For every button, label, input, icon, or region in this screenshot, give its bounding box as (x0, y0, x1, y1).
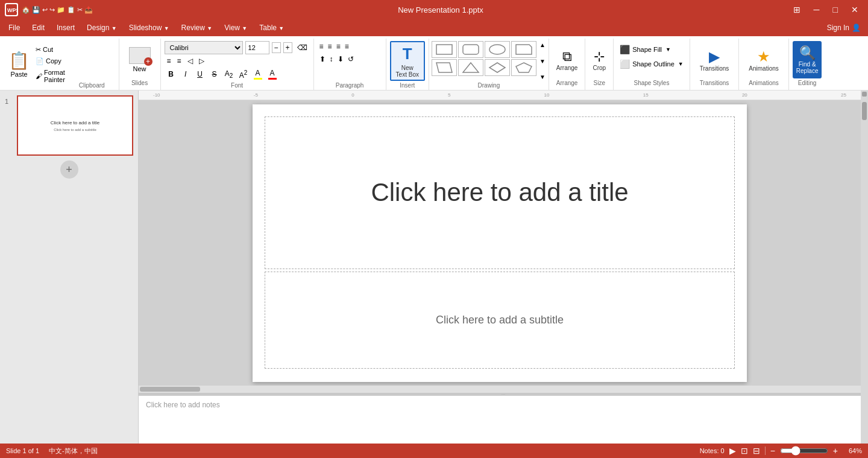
animations-button[interactable]: ★ Animations (744, 41, 783, 78)
new-slide-button[interactable]: + New (124, 41, 156, 78)
menu-review[interactable]: Review ▼ (175, 21, 219, 34)
align-middle-button[interactable]: ↕ (328, 54, 335, 65)
slide-panel: 1 Click here to add a title Click here t… (0, 91, 139, 444)
shapes-scroll-up[interactable]: ▲ (539, 41, 546, 49)
align-center-button[interactable]: ≡ (326, 41, 334, 52)
grid-icon[interactable]: ⊞ (788, 4, 805, 16)
sign-in-button[interactable]: Sign In 👤 (822, 22, 866, 33)
slide-canvas[interactable]: Click here to add a title Click here to … (253, 104, 747, 382)
copy-button[interactable]: 📄 Copy (33, 56, 68, 66)
shape-fill-dropdown[interactable]: ▼ (665, 46, 671, 52)
arrange-group: ⧉ Arrange Arrange (549, 39, 586, 90)
textbox-label: NewText Box (396, 65, 419, 78)
shape-parallelogram[interactable] (432, 59, 457, 76)
menu-insert[interactable]: Insert (51, 21, 81, 34)
font-size-decrease[interactable]: − (272, 42, 281, 53)
align-top-button[interactable]: ⬆ (318, 54, 327, 65)
menu-table[interactable]: Table ▼ (253, 21, 290, 34)
copy-icon: 📄 (36, 57, 44, 65)
shapes-scroll-down[interactable]: ▼ (539, 57, 546, 65)
add-slide-button[interactable]: + (60, 161, 78, 179)
cut-button[interactable]: ✂ Cut (33, 45, 68, 55)
shapes-expand[interactable]: ▼ (539, 73, 546, 81)
zoom-out-button[interactable]: − (770, 446, 775, 456)
status-left: Slide 1 of 1 中文-简体，中国 (6, 447, 98, 456)
shape-triangle[interactable] (458, 59, 483, 76)
shape-rounded-rect[interactable] (458, 41, 483, 58)
menu-slideshow[interactable]: Slideshow ▼ (123, 21, 175, 34)
font-color-button[interactable]: A (266, 68, 279, 81)
menu-edit[interactable]: Edit (26, 21, 51, 34)
cut-label: Cut (43, 46, 53, 53)
slide-title-placeholder[interactable]: Click here to add a title (265, 116, 735, 269)
shape-outline-button[interactable]: ⬜ Shape Outline ▼ (616, 58, 687, 70)
slide-thumbnail[interactable]: Click here to add a title Click here to … (17, 95, 133, 156)
subscript-button[interactable]: A2 (222, 68, 236, 80)
slide-sorter-button[interactable]: ⊟ (753, 446, 760, 456)
menu-file[interactable]: File (2, 21, 26, 34)
shape-outline-dropdown[interactable]: ▼ (678, 61, 684, 67)
align-left-button[interactable]: ≡ (318, 41, 326, 52)
ruler-marks: -10-50510152025 (141, 92, 858, 98)
normal-view-button[interactable]: ⊡ (741, 446, 748, 456)
minimize-button[interactable]: ─ (809, 4, 825, 16)
canvas-v-scrollbar[interactable]: ▲ ▼ (861, 91, 868, 393)
align-bottom-button[interactable]: ⬇ (336, 54, 345, 65)
shape-snip-rect[interactable] (511, 41, 536, 58)
new-slide-label: New (133, 65, 146, 72)
canvas-h-scrollbar[interactable] (139, 386, 861, 393)
align-right-button[interactable]: ≡ (335, 41, 342, 52)
shape-rect[interactable] (432, 41, 457, 58)
find-replace-button[interactable]: 🔍 Find &Replace (793, 41, 822, 78)
scroll-thumb[interactable] (862, 102, 867, 120)
strikethrough-button[interactable]: S (208, 69, 221, 80)
font-size-input[interactable] (245, 41, 269, 54)
list-buttons: ≡ ≡ ◁ ▷ (165, 56, 207, 66)
slide-panel-scroll[interactable]: 1 Click here to add a title Click here t… (0, 91, 138, 444)
clear-format-button[interactable]: ⌫ (295, 42, 310, 53)
font-size-increase[interactable]: + (283, 42, 292, 53)
crop-icon: ⊹ (594, 49, 605, 65)
justify-button[interactable]: ≡ (343, 41, 351, 52)
zoom-in-button[interactable]: + (833, 446, 838, 456)
format-painter-button[interactable]: 🖌 Format Painter (33, 68, 68, 84)
crop-button[interactable]: ⊹ Crop (589, 41, 609, 78)
close-button[interactable]: ✕ (846, 4, 863, 16)
notes-area[interactable]: Click here to add notes (139, 395, 861, 444)
bullet-list-button[interactable]: ≡ (165, 56, 174, 66)
menu-view[interactable]: View ▼ (218, 21, 253, 34)
shape-pentagon[interactable] (511, 59, 536, 76)
shape-fill-button[interactable]: ⬛ Shape Fill ▼ (616, 43, 687, 56)
underline-button[interactable]: U (193, 69, 207, 80)
svg-marker-9 (516, 63, 532, 72)
menu-design[interactable]: Design ▼ (81, 21, 123, 34)
transitions-label: Transitions (700, 65, 729, 72)
window-controls: ⊞ ─ □ ✕ (788, 4, 863, 16)
zoom-slider[interactable] (780, 446, 828, 456)
shape-diamond[interactable] (485, 59, 510, 76)
indent-less-button[interactable]: ◁ (185, 56, 195, 66)
text-direction-button[interactable]: ↺ (346, 54, 356, 65)
bold-button[interactable]: B (165, 69, 178, 80)
indent-more-button[interactable]: ▷ (197, 56, 207, 66)
find-replace-label: Find &Replace (796, 61, 819, 74)
highlight-color-button[interactable]: A (251, 68, 265, 81)
italic-button[interactable]: I (179, 69, 192, 80)
new-textbox-button[interactable]: T NewText Box (390, 41, 425, 81)
status-right: Notes: 0 ▶ ⊡ ⊟ − + 64% (700, 446, 862, 456)
paste-button[interactable]: 📋 Paste (5, 45, 33, 84)
slide-canvas-area[interactable]: Click here to add a title Click here to … (139, 100, 861, 386)
superscript-button[interactable]: A2 (237, 68, 250, 81)
num-list-button[interactable]: ≡ (175, 56, 184, 66)
transitions-button[interactable]: ▶ Transitions (695, 41, 734, 78)
slide-subtitle-placeholder[interactable]: Click here to add a subtitle (265, 272, 735, 369)
user-icon: 👤 (852, 24, 861, 32)
font-name-select[interactable]: Calibri (165, 41, 243, 54)
play-button[interactable]: ▶ (729, 446, 736, 456)
ribbon: 📋 Paste ✂ Cut 📄 Copy 🖌 Format Painter Cl… (0, 36, 868, 91)
arrange-button[interactable]: ⧉ Arrange (553, 41, 582, 78)
maximize-button[interactable]: □ (828, 4, 843, 16)
shape-outline-icon: ⬜ (620, 59, 630, 69)
shape-oval[interactable] (485, 41, 510, 58)
slide-subtitle-text: Click here to add a subtitle (436, 314, 564, 326)
